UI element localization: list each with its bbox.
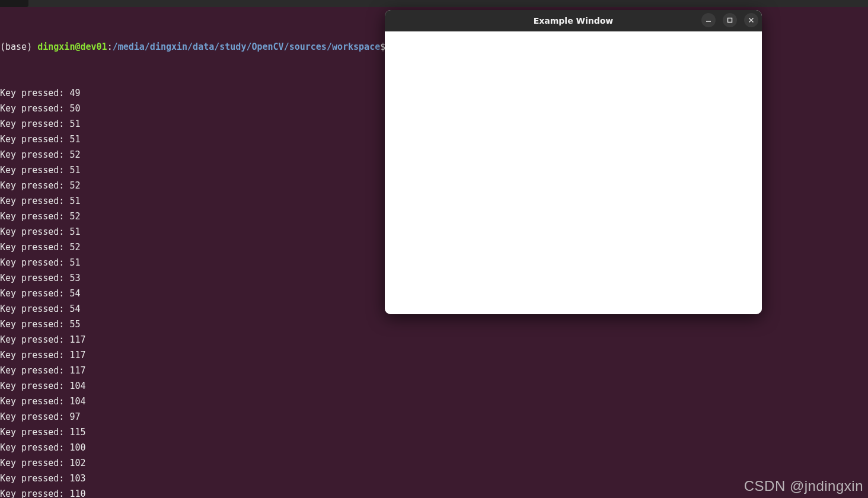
terminal-tab-edge xyxy=(0,0,28,7)
close-button[interactable] xyxy=(744,13,758,27)
output-line: Key pressed: 104 xyxy=(0,394,868,409)
example-window[interactable]: Example Window xyxy=(385,10,762,314)
output-line: Key pressed: 102 xyxy=(0,455,868,471)
output-line: Key pressed: 117 xyxy=(0,347,868,363)
output-line: Key pressed: 115 xyxy=(0,424,868,440)
window-title: Example Window xyxy=(534,16,614,25)
minimize-button[interactable] xyxy=(701,13,716,27)
prompt-user: dingxin@dev01 xyxy=(37,42,107,52)
output-line: Key pressed: 110 xyxy=(0,486,868,498)
output-line: Key pressed: 97 xyxy=(0,409,868,424)
window-titlebar[interactable]: Example Window xyxy=(385,10,762,31)
top-strip xyxy=(0,0,868,7)
svg-rect-1 xyxy=(728,18,732,23)
close-icon xyxy=(748,17,754,23)
output-line: Key pressed: 100 xyxy=(0,440,868,455)
output-line: Key pressed: 103 xyxy=(0,471,868,486)
window-controls xyxy=(701,13,758,27)
output-line: Key pressed: 104 xyxy=(0,378,868,394)
prompt-colon: : xyxy=(107,42,113,52)
maximize-icon xyxy=(727,17,733,23)
minimize-icon xyxy=(706,17,711,23)
maximize-button[interactable] xyxy=(723,13,737,27)
output-line: Key pressed: 55 xyxy=(0,317,868,332)
prompt-path: /media/dingxin/data/study/OpenCV/sources… xyxy=(113,42,381,52)
watermark: CSDN @jndingxin xyxy=(744,478,863,494)
output-line: Key pressed: 117 xyxy=(0,332,868,347)
prompt-env: (base) xyxy=(0,42,37,52)
window-canvas[interactable] xyxy=(385,31,762,314)
output-line: Key pressed: 117 xyxy=(0,363,868,378)
